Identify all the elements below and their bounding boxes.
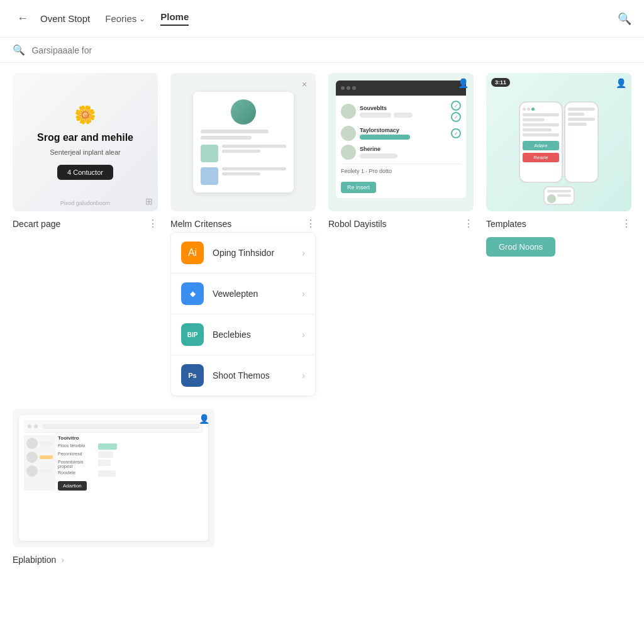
dropdown-item-3-label: Beclebies — [213, 330, 302, 340]
app-screenshot-container: Tooivitro Ploos terorbio Peconicresd — [13, 409, 214, 547]
card-3-menu[interactable]: ⋮ — [464, 218, 474, 230]
eplabiption-item[interactable]: Eplabiption › — [13, 547, 214, 572]
profile-bar-1 — [201, 130, 269, 133]
card-3-person-icon: 👤 — [458, 78, 469, 88]
chevron-down-icon: ⌄ — [139, 14, 145, 23]
mb-avatar — [547, 194, 556, 203]
eplabiption-chevron: › — [61, 555, 64, 565]
mb-avatar-row — [547, 194, 571, 203]
mobile-btn-2[interactable]: Rearle — [523, 153, 559, 162]
sidebar-avatar-3 — [26, 465, 38, 477]
search-bar: 🔍 — [0, 38, 644, 63]
search-button[interactable]: 🔍 — [618, 12, 631, 26]
small-avatar-2 — [201, 167, 218, 185]
app-val-4 — [98, 470, 116, 477]
app-content-title: Tooivitro — [58, 435, 203, 441]
m-bar-2 — [523, 118, 545, 121]
app-data-row-3: Poonntoinsin propest — [58, 460, 203, 469]
card-4-thumbnail: 👤 3:11 Adare — [486, 73, 631, 211]
card-4-person-icon: 👤 — [616, 78, 626, 88]
m2-bar-2 — [568, 113, 584, 116]
dot-3 — [352, 86, 356, 90]
plome-nav[interactable]: Plome — [160, 11, 189, 26]
profile-mini-bar-4 — [222, 172, 260, 175]
card-5-person-icon: 👤 — [199, 414, 209, 424]
features-nav[interactable]: Feories ⌄ — [105, 13, 145, 24]
check-3: ✓ — [451, 128, 461, 138]
chat-avatar-2 — [341, 126, 356, 141]
mobile-dot-active — [531, 108, 535, 111]
card-1-title-row: Decart page ⋮ — [13, 211, 158, 232]
sidebar-item-3 — [26, 465, 53, 477]
mobile-dot-2 — [527, 108, 530, 111]
chat-invite-btn[interactable]: Re insert — [341, 182, 376, 193]
card-3-title-row: Robol Dayistils ⋮ — [328, 211, 474, 232]
app-val-2 — [98, 452, 113, 458]
card-1-button[interactable]: 4 Contuctor — [57, 165, 113, 180]
app-val-3 — [98, 460, 111, 466]
card-1-footer: Pixod galudonboom — [60, 200, 111, 206]
chat-row-2: Taylorstomacy ✓ — [341, 126, 461, 141]
mobile-btn-1[interactable]: Adare — [523, 141, 559, 150]
profile-row — [201, 145, 286, 162]
blue-icon: ◆ — [181, 282, 204, 305]
card-4-label: Templates — [486, 219, 526, 229]
m2-bar-3 — [568, 118, 595, 121]
app-row-label-1: Ploos terorbio — [58, 443, 96, 450]
card-melm-critenses: × — [170, 73, 316, 396]
dropdown-item-2[interactable]: ◆ Vewelepten › — [171, 274, 315, 314]
chat-row-1: Souveblts ✓ ✓ — [341, 101, 461, 122]
card-robol: 👤 Souveblts — [328, 73, 474, 396]
profile-mini-bar-2 — [222, 150, 260, 153]
bubble-1 — [360, 113, 391, 118]
app-footer-btn[interactable]: Adartion — [58, 481, 87, 491]
app-data-row-2: Peconicresd — [58, 452, 203, 458]
profile-mini-bar-3 — [222, 167, 286, 170]
chat-avatar-1 — [341, 104, 356, 119]
card-2-title-row: Melm Critenses ⋮ — [170, 211, 316, 232]
right-placeholder — [227, 409, 631, 572]
card-4-title-row: Templates ⋮ — [486, 211, 631, 232]
dropdown-item-1[interactable]: Ai Oping Tinhsidor › — [171, 233, 315, 274]
eplabiption-label: Eplabiption — [13, 555, 56, 565]
m-bar-5 — [523, 133, 559, 136]
dropdown-item-1-chevron: › — [302, 248, 305, 258]
mobile-dots — [523, 108, 559, 111]
card-4-menu[interactable]: ⋮ — [621, 218, 631, 230]
search-input[interactable] — [31, 45, 220, 55]
chat-header — [336, 80, 466, 96]
chat-row-3: Sherine — [341, 145, 461, 160]
m-bar-1 — [523, 113, 559, 116]
sidebar-avatar-1 — [26, 438, 38, 449]
dropdown-item-4[interactable]: Ps Shoot Themos › — [171, 355, 315, 396]
navbar: ← Ovent Stopt Feories ⌄ Plome 🔍 — [0, 0, 644, 38]
chat-dots — [341, 86, 356, 90]
card-2-label: Melm Critenses — [170, 219, 231, 229]
card-1-icon-br: ⊞ — [145, 196, 153, 206]
templates-action-button[interactable]: Grod Noons — [486, 237, 555, 257]
check-2: ✓ — [451, 112, 461, 122]
card-2-menu[interactable]: ⋮ — [306, 218, 316, 230]
card-1-emoji: 🌼 — [74, 104, 96, 125]
sidebar-cell-2 — [40, 455, 53, 459]
close-icon: × — [302, 79, 307, 89]
chat-avatar-3 — [341, 145, 356, 160]
card-1-label: Decart page — [13, 219, 60, 229]
bubble-3 — [360, 153, 397, 158]
back-button[interactable]: ← — [13, 9, 33, 29]
app-sidebar — [24, 435, 55, 491]
ai-icon: Ai — [181, 242, 204, 264]
card-1-menu[interactable]: ⋮ — [148, 218, 158, 230]
dropdown-item-3[interactable]: BIP Beclebies › — [171, 314, 315, 355]
dropdown-item-3-chevron: › — [302, 330, 305, 340]
features-label: Feories — [105, 13, 136, 24]
card-5-thumbnail: Tooivitro Ploos terorbio Peconicresd — [13, 409, 214, 547]
app-data-row-4: Rooutele — [58, 470, 203, 477]
card-2-close[interactable]: × — [298, 78, 311, 91]
mb-bar-2 — [557, 194, 571, 197]
mobile-frame-bottom — [543, 186, 575, 205]
check-1: ✓ — [451, 101, 461, 111]
dot-2 — [347, 86, 350, 90]
ps-icon: Ps — [181, 364, 204, 387]
mobile-frame-2 — [564, 101, 599, 183]
